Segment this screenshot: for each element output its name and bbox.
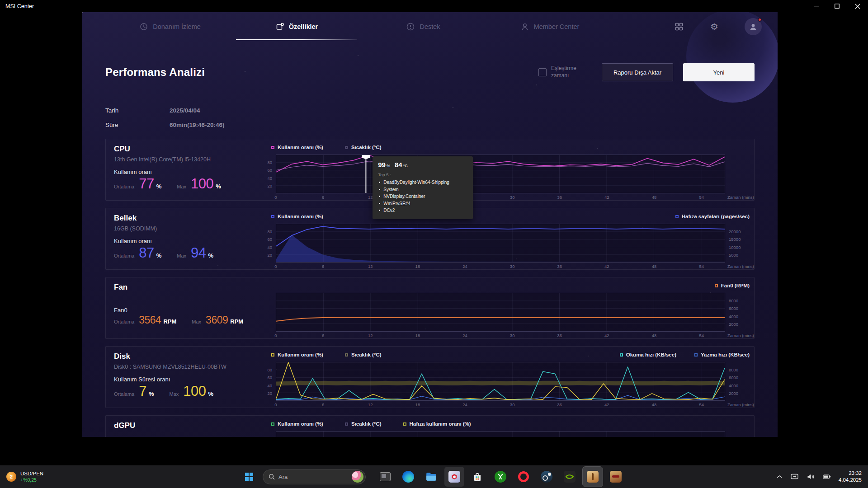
taskbar-steam[interactable] bbox=[537, 467, 557, 487]
cpu-title: CPU bbox=[114, 145, 255, 154]
legend-disk-temp: Sıcaklık (°C) bbox=[345, 352, 382, 357]
gear-icon[interactable]: ⚙ bbox=[709, 22, 719, 32]
avg-value: 7 bbox=[139, 384, 146, 398]
search-input[interactable] bbox=[278, 474, 342, 480]
fan-plot bbox=[276, 293, 725, 332]
dgpu-info: dGPU bbox=[106, 416, 255, 437]
time-axis-label: Zaman (mins) bbox=[725, 264, 754, 270]
tooltip-process: DeadByDaylight-Win64-Shipping bbox=[378, 179, 467, 186]
taskbar-game-1[interactable] bbox=[583, 467, 603, 487]
maximize-icon bbox=[835, 4, 840, 9]
avg-label: Ortalama bbox=[114, 253, 134, 258]
taskbar-search[interactable] bbox=[263, 469, 366, 484]
xbox-icon bbox=[495, 471, 506, 483]
close-button[interactable] bbox=[847, 0, 868, 12]
disk-chart-area: Kullanım oranı (%) Sıcaklık (°C) Okuma h… bbox=[255, 347, 754, 408]
disk-chart[interactable] bbox=[276, 362, 725, 400]
clock-date: 4.04.2025 bbox=[839, 477, 862, 483]
features-icon bbox=[275, 22, 284, 31]
avg-unit: % bbox=[156, 252, 162, 259]
dgpu-section: dGPU Kullanım oranı (%) Sıcaklık (°C) Ha… bbox=[105, 415, 755, 437]
taskbar-nvidia[interactable] bbox=[560, 467, 580, 487]
time-axis-label: Zaman (mins) bbox=[725, 333, 754, 339]
legend-swatch bbox=[675, 215, 679, 218]
opera-icon bbox=[518, 471, 529, 482]
maximize-button[interactable] bbox=[826, 0, 847, 12]
cast-display-icon[interactable] bbox=[790, 473, 799, 481]
new-button[interactable]: Yeni bbox=[683, 63, 755, 81]
top-navigation: Donanım İzleme Özellikler Destek Member … bbox=[82, 12, 778, 41]
max-unit: % bbox=[208, 390, 214, 397]
memory-right-axis: 2000015000100005000 bbox=[725, 224, 754, 263]
msi-center-window: Donanım İzleme Özellikler Destek Member … bbox=[82, 12, 778, 437]
disk-right-axis: 8000600040002000 bbox=[725, 362, 754, 401]
close-icon bbox=[855, 4, 860, 9]
dgpu-chart[interactable] bbox=[276, 432, 725, 437]
fan-subtitle bbox=[114, 295, 255, 302]
legend-disk-usage: Kullanım oranı (%) bbox=[271, 352, 323, 357]
minimize-button[interactable] bbox=[806, 0, 826, 12]
taskbar-clock[interactable]: 23:32 4.04.2025 bbox=[839, 470, 862, 483]
export-report-button[interactable]: Raporu Dışa Aktar bbox=[602, 63, 673, 81]
fan-metric-label: Fan0 bbox=[114, 307, 255, 314]
start-button[interactable] bbox=[240, 468, 258, 486]
tab-destek[interactable]: Destek bbox=[360, 12, 486, 41]
cpu-info: CPU 13th Gen Intel(R) Core(TM) i5-13420H… bbox=[106, 139, 255, 200]
taskbar-game-2[interactable] bbox=[606, 467, 626, 487]
fan-x-axis: 061218243036424854 bbox=[276, 333, 725, 339]
dgpu-title: dGPU bbox=[114, 421, 255, 430]
max-value: 100 bbox=[191, 177, 213, 191]
game-1-icon bbox=[587, 471, 599, 483]
tab-donanim-izleme[interactable]: Donanım İzleme bbox=[107, 12, 233, 41]
game-2-icon bbox=[610, 471, 622, 483]
avg-unit: % bbox=[149, 390, 154, 397]
memory-x-axis: 061218243036424854 bbox=[276, 264, 725, 270]
legend-dgpu-usage: Kullanım oranı (%) bbox=[271, 421, 323, 427]
taskbar-widget[interactable]: 2 USD/PEN +%0,25 bbox=[6, 470, 43, 483]
taskbar-app-window[interactable] bbox=[375, 467, 395, 487]
dgpu-chart-area: Kullanım oranı (%) Sıcaklık (°C) Hafıza … bbox=[255, 416, 754, 437]
match-time-option[interactable]: Eşleştirme zamanı bbox=[538, 65, 587, 79]
search-icon bbox=[269, 474, 275, 480]
max-unit: % bbox=[216, 183, 221, 190]
disk-subtitle: Disk0 : SAMSUNG MZVL8512HELU-00BTW bbox=[114, 364, 255, 371]
taskbar-edge[interactable] bbox=[398, 467, 418, 487]
battery-icon[interactable] bbox=[822, 473, 832, 481]
legend-swatch bbox=[345, 422, 348, 426]
nav-icon-group: ⚙ bbox=[674, 12, 762, 41]
match-time-label: Eşleştirme zamanı bbox=[551, 65, 587, 79]
currency-change: +%0,25 bbox=[20, 477, 43, 483]
max-label: Max bbox=[177, 184, 186, 189]
cpu-section: CPU 13th Gen Intel(R) Core(TM) i5-13420H… bbox=[105, 139, 755, 201]
cpu-chart[interactable] bbox=[276, 155, 725, 193]
legend-cpu-temp: Sıcaklık (°C) bbox=[345, 145, 382, 150]
cpu-tooltip: 99 % 84 °C Top 5 : DeadByDaylight-Win64-… bbox=[373, 156, 473, 219]
volume-icon[interactable] bbox=[806, 473, 815, 481]
memory-legends: Kullanım oranı (%) Hafıza sayfaları (pag… bbox=[259, 212, 754, 221]
tab-member-center[interactable]: Member Center bbox=[486, 12, 613, 41]
taskbar-xbox[interactable] bbox=[491, 467, 510, 487]
steam-icon bbox=[541, 471, 552, 483]
legend-cpu-usage: Kullanım oranı (%) bbox=[271, 145, 323, 150]
apps-grid-icon[interactable] bbox=[674, 22, 684, 32]
match-time-checkbox[interactable] bbox=[538, 68, 547, 76]
tab-ozellikler[interactable]: Özellikler bbox=[233, 12, 360, 41]
search-highlight-image[interactable] bbox=[352, 471, 363, 483]
tray-chevron-icon[interactable] bbox=[776, 474, 783, 479]
taskbar-opera[interactable] bbox=[514, 467, 533, 487]
taskbar-microsoft-store[interactable] bbox=[467, 467, 487, 487]
fan-stats: Ortalama 3564 RPM Max 3609 RPM bbox=[114, 315, 255, 325]
tab-label: Özellikler bbox=[289, 23, 318, 30]
notification-dot bbox=[758, 18, 762, 22]
window-titlebar: MSI Center bbox=[0, 0, 868, 12]
user-avatar[interactable] bbox=[745, 18, 762, 35]
hardware-monitoring-icon bbox=[139, 22, 148, 31]
tooltip-usage-value: 99 bbox=[378, 161, 386, 169]
taskbar-msi-center[interactable] bbox=[444, 467, 464, 487]
fan-chart[interactable] bbox=[276, 293, 725, 331]
max-label: Max bbox=[170, 391, 179, 397]
cpu-left-axis: 80604020 bbox=[259, 155, 276, 193]
taskbar-file-explorer[interactable] bbox=[421, 467, 441, 487]
memory-chart[interactable] bbox=[276, 224, 725, 262]
dgpu-legends: Kullanım oranı (%) Sıcaklık (°C) Hafıza … bbox=[259, 419, 754, 428]
